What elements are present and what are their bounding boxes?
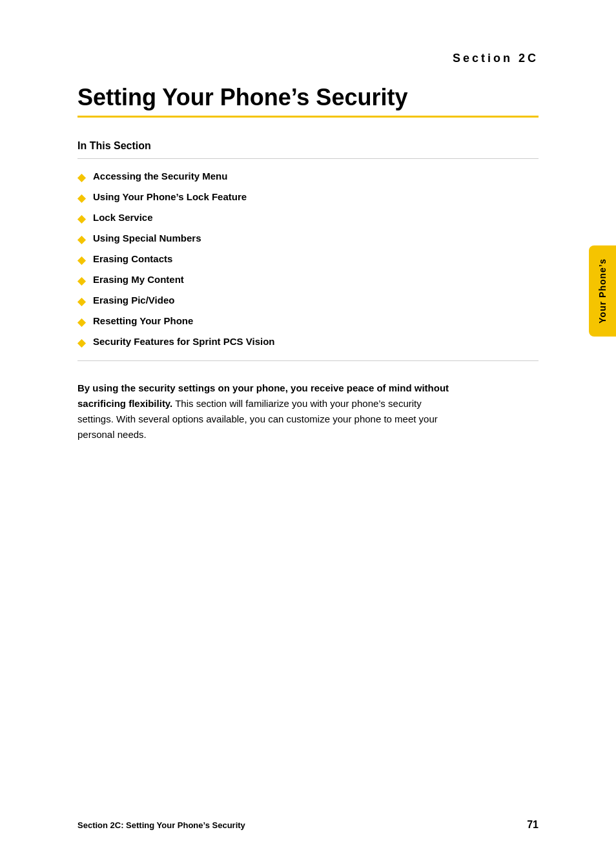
footer-section-label: Section 2C: Setting Your Phone’s Securit… <box>77 820 245 830</box>
bullet-2: ◆ <box>77 192 85 204</box>
footer-page-number: 71 <box>527 819 539 831</box>
bullet-1: ◆ <box>77 171 85 183</box>
title-divider <box>77 116 539 118</box>
sidebar-tab: Your Phone’s <box>589 245 616 337</box>
toc-divider-bottom <box>77 360 539 361</box>
toc-item-label-4: Using Special Numbers <box>93 233 201 244</box>
sidebar-tab-label: Your Phone’s <box>597 258 608 324</box>
footer: Section 2C: Setting Your Phone’s Securit… <box>0 819 616 831</box>
bullet-8: ◆ <box>77 316 85 328</box>
toc-item-label-1: Accessing the Security Menu <box>93 171 227 182</box>
bullet-7: ◆ <box>77 295 85 307</box>
toc-item-label-2: Using Your Phone’s Lock Feature <box>93 191 247 202</box>
toc-item-label-5: Erasing Contacts <box>93 253 172 264</box>
page-title: Setting Your Phone’s Security <box>77 85 539 110</box>
toc-list: ◆ Accessing the Security Menu ◆ Using Yo… <box>77 171 539 349</box>
toc-item-8: ◆ Resetting Your Phone <box>77 315 539 328</box>
toc-divider-top <box>77 158 539 159</box>
toc-item-label-3: Lock Service <box>93 212 153 223</box>
bullet-6: ◆ <box>77 275 85 287</box>
in-this-section-heading: In This Section <box>77 140 539 152</box>
toc-item-label-7: Erasing Pic/Video <box>93 295 174 306</box>
toc-item-label-6: Erasing My Content <box>93 274 184 285</box>
bullet-3: ◆ <box>77 213 85 225</box>
page-container: Section 2C Setting Your Phone’s Security… <box>0 0 616 863</box>
toc-item-2: ◆ Using Your Phone’s Lock Feature <box>77 191 539 204</box>
toc-item-4: ◆ Using Special Numbers <box>77 233 539 245</box>
toc-item-label-8: Resetting Your Phone <box>93 315 193 326</box>
bullet-4: ◆ <box>77 233 85 245</box>
section-label: Section 2C <box>77 39 539 65</box>
bullet-9: ◆ <box>77 337 85 349</box>
toc-item-label-9: Security Features for Sprint PCS Vision <box>93 336 274 347</box>
toc-item-6: ◆ Erasing My Content <box>77 274 539 287</box>
toc-item-1: ◆ Accessing the Security Menu <box>77 171 539 183</box>
toc-item-3: ◆ Lock Service <box>77 212 539 225</box>
toc-item-7: ◆ Erasing Pic/Video <box>77 295 539 307</box>
bullet-5: ◆ <box>77 254 85 266</box>
toc-item-5: ◆ Erasing Contacts <box>77 253 539 266</box>
toc-item-9: ◆ Security Features for Sprint PCS Visio… <box>77 336 539 349</box>
intro-paragraph: By using the security settings on your p… <box>77 380 452 442</box>
